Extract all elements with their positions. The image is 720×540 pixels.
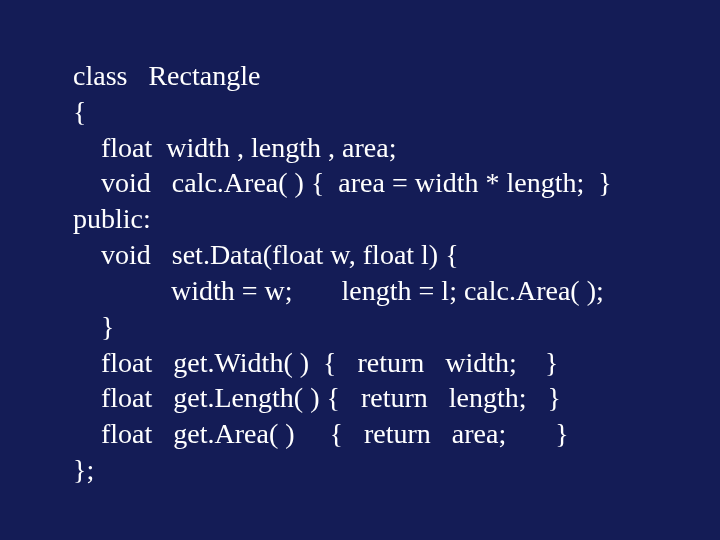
code-line-11: float get.Area( ) { return area; } <box>73 416 665 452</box>
code-line-5: public: <box>73 201 665 237</box>
code-line-10: float get.Length( ) { return length; } <box>73 380 665 416</box>
code-line-12: }; <box>73 452 665 488</box>
code-line-3: float width , length , area; <box>73 130 665 166</box>
code-line-8: } <box>73 309 665 345</box>
code-slide: class Rectangle { float width , length ,… <box>0 0 720 540</box>
code-line-4: void calc.Area( ) { area = width * lengt… <box>73 165 665 201</box>
code-line-9: float get.Width( ) { return width; } <box>73 345 665 381</box>
code-line-6: void set.Data(float w, float l) { <box>73 237 665 273</box>
code-line-1: class Rectangle <box>73 58 665 94</box>
code-line-7: width = w; length = l; calc.Area( ); <box>73 273 665 309</box>
code-line-2: { <box>73 94 665 130</box>
